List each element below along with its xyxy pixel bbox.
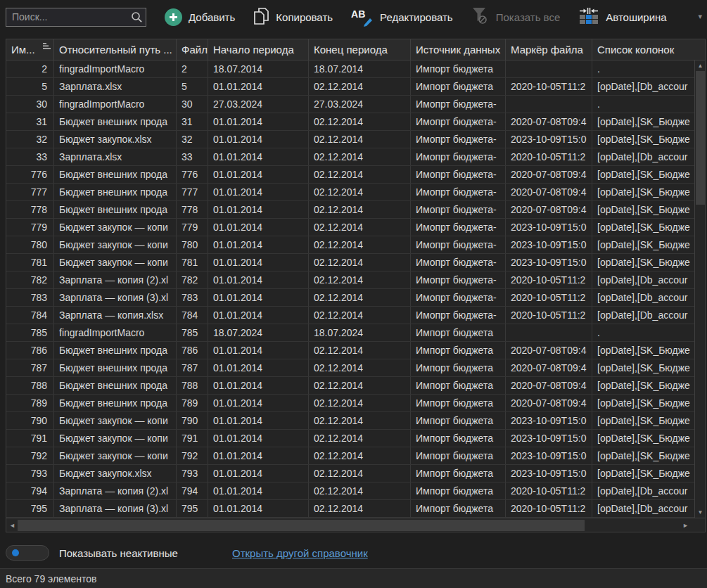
cell-file: 5 [177,78,208,95]
cell-cols: [opDate],[Db_accour [592,271,694,288]
cell-id: 30 [6,96,54,113]
column-header-end[interactable]: Конец периода [309,39,411,60]
table-row[interactable]: 791Бюджет закупок — копи79101.01.201402.… [6,430,694,447]
toolbar-overflow-chevron-icon[interactable]: ▾ [698,12,702,21]
cell-end: 02.12.2014 [309,289,411,306]
table-row[interactable]: 792Бюджет закупок — копи79201.01.201402.… [6,447,694,465]
cell-path: Бюджет внешних прода [54,113,177,130]
filter-off-icon [471,6,490,27]
table-row[interactable]: 785fingradImportMacro78518.07.202418.07.… [6,324,694,342]
cell-id: 793 [6,465,54,482]
horizontal-scrollbar-thumb[interactable] [18,520,585,531]
table-body: 2fingradImportMacro218.07.201418.07.2014… [6,60,705,518]
column-header-source[interactable]: Источник данных [411,39,506,60]
column-header-marker[interactable]: Маркёр файла [506,39,592,60]
column-header-file[interactable]: Файл [177,39,208,60]
cell-path: Бюджет закупок — копи [54,412,177,429]
table-row[interactable]: 789Бюджет внешних прода78901.01.201402.1… [6,395,694,412]
cell-start: 01.01.2014 [208,342,309,359]
cell-marker: 2020-07-08T09:4 [506,342,592,359]
table-row[interactable]: 776Бюджет внешних прода77601.01.201402.1… [6,166,694,184]
table-row[interactable]: 793Бюджет закупок.xlsx79301.01.201402.12… [6,465,694,482]
table-row[interactable]: 787Бюджет внешних прода78701.01.201402.1… [6,359,694,377]
table-row[interactable]: 781Бюджет закупок — копи78101.01.201402.… [6,254,694,271]
cell-id: 777 [6,184,54,200]
cell-cols: [opDate],[SK_Бюдже [592,342,694,359]
table-row[interactable]: 784Зарплата — копия.xlsx78401.01.201402.… [6,307,694,324]
table-row[interactable]: 33Зарплата.xlsx3301.01.201402.12.2014Имо… [6,148,694,166]
table-row[interactable]: 30fingradImportMacro3027.03.202427.03.20… [6,96,694,113]
cell-cols: [opDate],[Db_accour [592,78,694,95]
vertical-scrollbar-thumb[interactable] [696,71,705,205]
column-header-id[interactable]: Им... [6,39,54,60]
table-row[interactable]: 794Зарплата — копия (2).xl79401.01.20140… [6,482,694,500]
cell-path: Бюджет внешних прода [54,342,177,359]
scroll-up-icon[interactable]: ▲ [695,60,706,71]
scroll-left-icon[interactable]: ◄ [7,520,18,531]
cell-marker: 2020-10-05T11:2 [506,289,592,306]
cell-cols: [opDate],[SK_Бюдже [592,430,694,447]
cell-file: 30 [177,96,208,113]
cell-start: 01.01.2014 [208,465,309,482]
show-inactive-toggle[interactable] [6,545,49,561]
horizontal-scrollbar[interactable]: ◄ ► [6,518,705,532]
cell-start: 01.01.2014 [208,78,309,95]
cell-source: Имопрт бюджета- [411,236,506,253]
scroll-down-icon[interactable]: ▼ [695,507,706,518]
cell-cols: [opDate],[SK_Бюдже [592,184,694,200]
cell-marker: 2020-10-05T11:2 [506,148,592,165]
cell-cols: . [592,96,694,113]
cell-end: 18.07.2024 [309,324,411,341]
add-icon [165,8,182,26]
cell-path: Бюджет закупок.xlsx [54,465,177,482]
table-row[interactable]: 778Бюджет внешних прода77801.01.201402.1… [6,201,694,219]
cell-file: 31 [177,113,208,130]
table-row[interactable]: 782Зарплата — копия (2).xl78201.01.20140… [6,271,694,289]
add-button[interactable]: Добавить [165,8,235,26]
cell-source: Имопрт бюджета- [411,166,506,183]
column-header-cols[interactable]: Список колонок [592,39,705,60]
cell-path: Бюджет внешних прода [54,166,177,183]
column-header-start[interactable]: Начало периода [208,39,309,60]
edit-button[interactable]: AB Редактировать [351,8,453,25]
cell-cols: [opDate],[SK_Бюдже [592,254,694,271]
show-all-button[interactable]: Показать все [471,6,561,27]
cell-id: 780 [6,236,54,253]
table-row[interactable]: 788Бюджет внешних прода78801.01.201402.1… [6,377,694,395]
autowidth-button[interactable]: Автоширина [578,8,666,26]
cell-end: 02.12.2014 [309,201,411,218]
vertical-scrollbar[interactable]: ▲ ▼ [694,60,705,518]
table-row[interactable]: 786Бюджет внешних прода78601.01.201402.1… [6,342,694,359]
column-header-path[interactable]: Относительный путь ... [54,39,177,60]
table-row[interactable]: 5Зарплата.xlsx501.01.201402.12.2014Импор… [6,78,694,96]
cell-end: 02.12.2014 [309,377,411,394]
table-row[interactable]: 783Зарплата — копия (3).xl78301.01.20140… [6,289,694,307]
open-other-reference-link[interactable]: Открыть другой справочник [232,547,368,559]
cell-start: 01.01.2014 [208,184,309,200]
table-row[interactable]: 790Бюджет закупок — копи79001.01.201402.… [6,412,694,430]
table-row[interactable]: 777Бюджет внешних прода77701.01.201402.1… [6,184,694,201]
cell-file: 784 [177,307,208,324]
cell-path: fingradImportMacro [54,324,177,341]
table-row[interactable]: 2fingradImportMacro218.07.201418.07.2014… [6,60,694,78]
table-row[interactable]: 780Бюджет закупок — копи78001.01.201402.… [6,236,694,254]
cell-marker: 2023-10-09T15:0 [506,131,592,148]
table-row[interactable]: 779Бюджет закупок — копи77901.01.201402.… [6,219,694,236]
cell-path: Зарплата — копия (3).xl [54,289,177,306]
cell-id: 33 [6,148,54,165]
scroll-right-icon[interactable]: ► [680,520,691,531]
cell-start: 01.01.2014 [208,201,309,218]
cell-source: Импорт бюджета [411,78,506,95]
cell-file: 32 [177,131,208,148]
cell-id: 779 [6,219,54,236]
copy-button[interactable]: Копировать [253,7,333,27]
search-input[interactable] [6,8,146,27]
table-row[interactable]: 795Зарплата — копия (3).xl79501.01.20140… [6,500,694,518]
table-row[interactable]: 31Бюджет внешних прода3101.01.201402.12.… [6,113,694,131]
cell-cols: [opDate],[SK_Бюдже [592,465,694,482]
cell-file: 777 [177,184,208,200]
table-row[interactable]: 32Бюджет закупок.xlsx3201.01.201402.12.2… [6,131,694,148]
cell-path: Зарплата — копия.xlsx [54,307,177,324]
data-grid: Им...Относительный путь ...ФайлНачало пе… [6,39,706,532]
cell-marker [506,96,592,113]
